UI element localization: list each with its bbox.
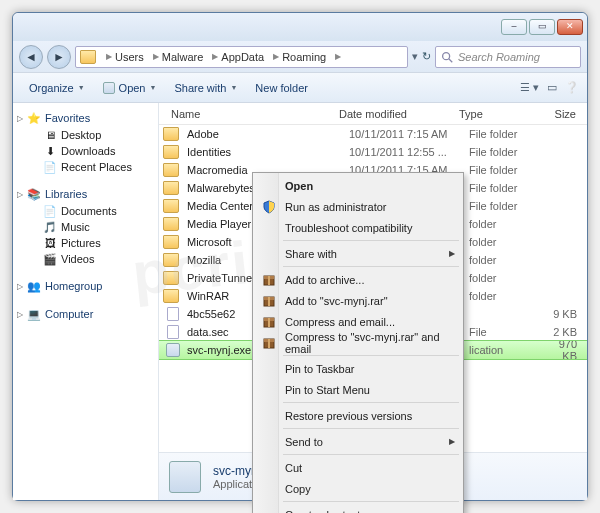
open-button[interactable]: Open▼: [95, 78, 165, 98]
file-type: File folder: [469, 182, 547, 194]
pictures-icon: 🖼: [43, 236, 57, 250]
column-date[interactable]: Date modified: [333, 108, 453, 120]
back-button[interactable]: ◄: [19, 45, 43, 69]
videos-icon: 🎬: [43, 252, 57, 266]
menu-item-create-shortcut[interactable]: Create shortcut: [255, 504, 461, 513]
menu-item-compress-to-svc-mynj-rar-and-email[interactable]: Compress to "svc-mynj.rar" and email: [255, 332, 461, 353]
refresh-button[interactable]: ↻: [422, 50, 431, 63]
menu-item-label: Compress to "svc-mynj.rar" and email: [285, 331, 441, 355]
svg-line-1: [449, 58, 453, 62]
breadcrumb-item[interactable]: AppData: [221, 51, 264, 63]
menu-item-restore-previous-versions[interactable]: Restore previous versions: [255, 405, 461, 426]
file-type: File: [469, 326, 547, 338]
menu-item-label: Copy: [285, 483, 311, 495]
menu-item-add-to-archive[interactable]: Add to archive...: [255, 269, 461, 290]
file-icon: [167, 307, 179, 321]
file-type: File folder: [469, 200, 547, 212]
menu-item-label: Run as administrator: [285, 201, 387, 213]
file-icon: [167, 325, 179, 339]
menu-item-label: Create shortcut: [285, 509, 360, 514]
folder-icon: [163, 271, 179, 285]
documents-icon: 📄: [43, 204, 57, 218]
folder-icon: [163, 181, 179, 195]
maximize-button[interactable]: ▭: [529, 19, 555, 35]
organize-button[interactable]: Organize▼: [21, 78, 93, 98]
sidebar-item-desktop[interactable]: 🖥Desktop: [13, 127, 158, 143]
menu-item-troubleshoot-compatibility[interactable]: Troubleshoot compatibility: [255, 217, 461, 238]
preview-pane-button[interactable]: ▭: [547, 81, 557, 94]
view-button[interactable]: ☰ ▾: [520, 81, 539, 94]
menu-separator: [283, 501, 459, 502]
favorites-group[interactable]: ▷⭐Favorites: [13, 109, 158, 127]
menu-item-compress-and-email[interactable]: Compress and email...: [255, 311, 461, 332]
file-type: folder: [469, 272, 547, 284]
sidebar-item-downloads[interactable]: ⬇Downloads: [13, 143, 158, 159]
breadcrumb-item[interactable]: Roaming: [282, 51, 326, 63]
menu-separator: [283, 454, 459, 455]
music-icon: 🎵: [43, 220, 57, 234]
column-type[interactable]: Type: [453, 108, 531, 120]
file-size: 2 KB: [547, 326, 587, 338]
svg-rect-7: [268, 297, 270, 306]
search-placeholder: Search Roaming: [458, 51, 540, 63]
breadcrumb-item[interactable]: Malware: [162, 51, 204, 63]
folder-icon: [163, 127, 179, 141]
computer-icon: 💻: [27, 307, 41, 321]
file-type: File folder: [469, 128, 547, 140]
file-type: lication: [469, 344, 547, 356]
share-with-button[interactable]: Share with▼: [166, 78, 245, 98]
column-size[interactable]: Size: [531, 108, 587, 120]
file-row[interactable]: Adobe10/11/2011 7:15 AMFile folder: [159, 125, 587, 143]
breadcrumb-item[interactable]: Users: [115, 51, 144, 63]
menu-item-share-with[interactable]: Share with▶: [255, 243, 461, 264]
column-name[interactable]: Name: [165, 108, 333, 120]
help-button[interactable]: ❔: [565, 81, 579, 94]
svg-rect-10: [268, 318, 270, 327]
menu-item-run-as-administrator[interactable]: Run as administrator: [255, 196, 461, 217]
menu-item-send-to[interactable]: Send to▶: [255, 431, 461, 452]
new-folder-button[interactable]: New folder: [247, 78, 316, 98]
titlebar[interactable]: – ▭ ✕: [13, 13, 587, 41]
star-icon: ⭐: [27, 111, 41, 125]
archive-icon: [261, 335, 277, 351]
sidebar-item-pictures[interactable]: 🖼Pictures: [13, 235, 158, 251]
sidebar-item-music[interactable]: 🎵Music: [13, 219, 158, 235]
menu-item-pin-to-taskbar[interactable]: Pin to Taskbar: [255, 358, 461, 379]
computer-group[interactable]: ▷💻Computer: [13, 305, 158, 323]
menu-item-open[interactable]: Open: [255, 175, 461, 196]
sidebar-item-videos[interactable]: 🎬Videos: [13, 251, 158, 267]
menu-item-cut[interactable]: Cut: [255, 457, 461, 478]
toolbar: Organize▼ Open▼ Share with▼ New folder ☰…: [13, 73, 587, 103]
folder-icon: [163, 253, 179, 267]
file-date: 10/11/2011 12:55 ...: [349, 146, 469, 158]
menu-separator: [283, 402, 459, 403]
search-input[interactable]: Search Roaming: [435, 46, 581, 68]
menu-item-add-to-svc-mynj-rar[interactable]: Add to "svc-mynj.rar": [255, 290, 461, 311]
menu-item-label: Add to "svc-mynj.rar": [285, 295, 388, 307]
close-button[interactable]: ✕: [557, 19, 583, 35]
sidebar-item-recent[interactable]: 📄Recent Places: [13, 159, 158, 175]
menu-item-copy[interactable]: Copy: [255, 478, 461, 499]
folder-icon: [80, 50, 96, 64]
libraries-group[interactable]: ▷📚Libraries: [13, 185, 158, 203]
menu-item-pin-to-start-menu[interactable]: Pin to Start Menu: [255, 379, 461, 400]
navigation-pane: ▷⭐Favorites 🖥Desktop ⬇Downloads 📄Recent …: [13, 103, 159, 500]
submenu-arrow-icon: ▶: [449, 249, 455, 258]
breadcrumb[interactable]: ▶Users ▶Malware ▶AppData ▶Roaming ▶: [75, 46, 408, 68]
sidebar-item-documents[interactable]: 📄Documents: [13, 203, 158, 219]
minimize-button[interactable]: –: [501, 19, 527, 35]
file-size: 970 KB: [547, 338, 587, 362]
forward-button[interactable]: ►: [47, 45, 71, 69]
menu-item-label: Compress and email...: [285, 316, 395, 328]
shield-icon: [261, 199, 277, 215]
file-row[interactable]: Identities10/11/2011 12:55 ...File folde…: [159, 143, 587, 161]
folder-icon: [163, 289, 179, 303]
archive-icon: [261, 293, 277, 309]
menu-separator: [283, 428, 459, 429]
menu-separator: [283, 240, 459, 241]
homegroup-group[interactable]: ▷👥Homegroup: [13, 277, 158, 295]
file-date: 10/11/2011 7:15 AM: [349, 128, 469, 140]
folder-icon: [163, 145, 179, 159]
application-icon: [166, 343, 180, 357]
column-headers: Name Date modified Type Size: [159, 103, 587, 125]
